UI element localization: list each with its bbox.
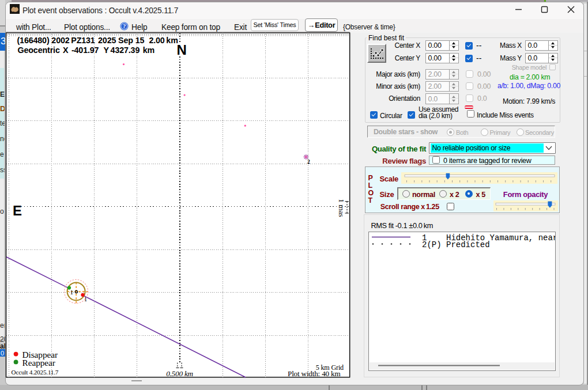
svg-text:?: ? <box>123 23 126 29</box>
svg-text:2: 2 <box>307 159 310 165</box>
svg-text:Plot width: 40 km: Plot width: 40 km <box>288 369 341 378</box>
svg-text:1: 1 <box>70 289 73 296</box>
svg-text:N: N <box>176 42 186 58</box>
svg-text:Geocentric X -401.97 Y 432: Geocentric X -401.97 Y 4327.39 km <box>17 46 154 55</box>
svg-text:Reappear: Reappear <box>22 358 55 368</box>
svg-text:1 mas: 1 mas <box>337 199 346 217</box>
svg-text:2(P) Predicted: 2(P) Predicted <box>422 240 490 249</box>
svg-text:(166480) 2002 PZ131 2025 Sep: (166480) 2002 PZ131 2025 Sep 15 2.00 km <box>17 36 178 45</box>
svg-text:E: E <box>13 203 22 218</box>
svg-text:0.500 km: 0.500 km <box>166 369 193 378</box>
svg-text:1: 1 <box>84 296 87 302</box>
svg-text:Occult 4.2025.11.7: Occult 4.2025.11.7 <box>11 369 58 376</box>
